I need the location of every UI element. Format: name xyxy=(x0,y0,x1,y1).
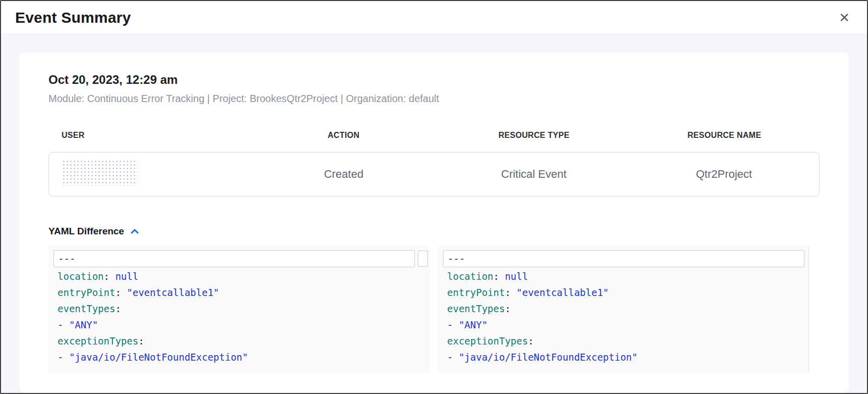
yaml-line: --- xyxy=(53,250,415,267)
yaml-token-plain: : xyxy=(115,287,127,298)
yaml-panel-left: ---location: nullentryPoint: "eventcalla… xyxy=(48,246,430,373)
yaml-token-key: eventTypes xyxy=(447,303,505,314)
yaml-token-plain: : xyxy=(528,335,533,347)
table-header-row: USER ACTION RESOURCE TYPE RESOURCE NAME xyxy=(48,131,820,140)
yaml-line: - "java/io/FileNotFoundException" xyxy=(443,349,804,365)
yaml-token-plain: : xyxy=(138,335,144,347)
event-meta: Module: Continuous Error Tracking | Proj… xyxy=(48,93,820,105)
yaml-line: entryPoint: "eventcallable1" xyxy=(443,284,804,301)
column-header-resource-name: RESOURCE NAME xyxy=(629,131,820,140)
cell-resource-name: Qtr2Project xyxy=(629,168,819,181)
yaml-token-key: location xyxy=(58,271,104,282)
cell-user xyxy=(49,160,249,189)
close-button[interactable]: ✕ xyxy=(836,9,853,26)
yaml-line: - "ANY" xyxy=(443,317,804,333)
yaml-token-plain: - xyxy=(447,319,459,330)
table-row: Created Critical Event Qtr2Project xyxy=(48,152,820,196)
yaml-token-val: "ANY" xyxy=(69,319,98,330)
column-header-resource-type: RESOURCE TYPE xyxy=(439,131,629,140)
yaml-line: --- xyxy=(443,250,804,267)
yaml-line: entryPoint: "eventcallable1" xyxy=(53,284,415,301)
yaml-token-plain: - xyxy=(58,352,69,363)
column-header-action: ACTION xyxy=(248,131,439,140)
diff-gutter-box xyxy=(418,251,428,267)
yaml-line: - "ANY" xyxy=(53,317,415,333)
diff-scrollbar-track[interactable] xyxy=(808,246,820,373)
chevron-up-icon xyxy=(130,228,139,234)
yaml-line: location: null xyxy=(443,268,804,284)
event-card: Oct 20, 2023, 12:29 am Module: Continuou… xyxy=(19,53,849,393)
yaml-difference-toggle[interactable]: YAML Difference xyxy=(48,226,139,237)
yaml-token-key: exceptionTypes xyxy=(58,335,138,347)
yaml-token-plain: : xyxy=(505,303,510,314)
yaml-token-val: "java/io/FileNotFoundException" xyxy=(69,352,248,363)
yaml-line: eventTypes: xyxy=(53,301,415,317)
yaml-code-right: ---location: nullentryPoint: "eventcalla… xyxy=(438,246,820,369)
yaml-token-val: null xyxy=(505,271,528,282)
yaml-token-plain: --- xyxy=(58,253,75,264)
yaml-token-plain: : xyxy=(494,271,505,282)
cell-action: Created xyxy=(249,168,439,181)
yaml-line: eventTypes: xyxy=(443,301,804,317)
yaml-token-key: entryPoint xyxy=(447,287,505,298)
yaml-line: location: null xyxy=(53,268,415,284)
event-timestamp: Oct 20, 2023, 12:29 am xyxy=(48,73,820,87)
yaml-token-plain: : xyxy=(104,271,116,282)
yaml-code-left: ---location: nullentryPoint: "eventcalla… xyxy=(48,246,430,369)
yaml-token-plain: --- xyxy=(448,253,465,264)
cell-resource-type: Critical Event xyxy=(439,168,629,181)
yaml-token-plain: - xyxy=(447,352,459,363)
yaml-difference-label: YAML Difference xyxy=(48,226,124,237)
yaml-token-plain: : xyxy=(115,303,121,314)
yaml-token-key: eventTypes xyxy=(58,303,115,314)
yaml-token-val: "ANY" xyxy=(459,319,487,330)
modal-body: Oct 20, 2023, 12:29 am Module: Continuou… xyxy=(1,34,867,393)
yaml-line: - "java/io/FileNotFoundException" xyxy=(53,349,415,365)
yaml-line: exceptionTypes: xyxy=(53,333,415,349)
yaml-token-key: exceptionTypes xyxy=(447,335,528,347)
yaml-panel-right: ---location: nullentryPoint: "eventcalla… xyxy=(438,246,820,373)
yaml-token-plain: : xyxy=(505,287,516,298)
column-header-user: USER xyxy=(48,131,248,140)
yaml-token-val: null xyxy=(115,271,138,282)
yaml-token-plain: - xyxy=(58,319,69,330)
yaml-diff-container: ---location: nullentryPoint: "eventcalla… xyxy=(48,246,820,373)
yaml-token-val: "java/io/FileNotFoundException" xyxy=(459,352,638,363)
yaml-token-key: location xyxy=(447,271,494,282)
yaml-line: exceptionTypes: xyxy=(443,333,804,349)
user-redacted-avatar xyxy=(62,160,138,186)
yaml-token-key: entryPoint xyxy=(58,287,115,298)
yaml-token-val: "eventcallable1" xyxy=(127,287,219,298)
modal-title: Event Summary xyxy=(15,9,131,26)
modal-header: Event Summary ✕ xyxy=(1,1,867,34)
event-summary-modal: Event Summary ✕ Oct 20, 2023, 12:29 am M… xyxy=(0,0,868,394)
close-icon: ✕ xyxy=(839,10,850,25)
yaml-token-val: "eventcallable1" xyxy=(516,287,609,298)
